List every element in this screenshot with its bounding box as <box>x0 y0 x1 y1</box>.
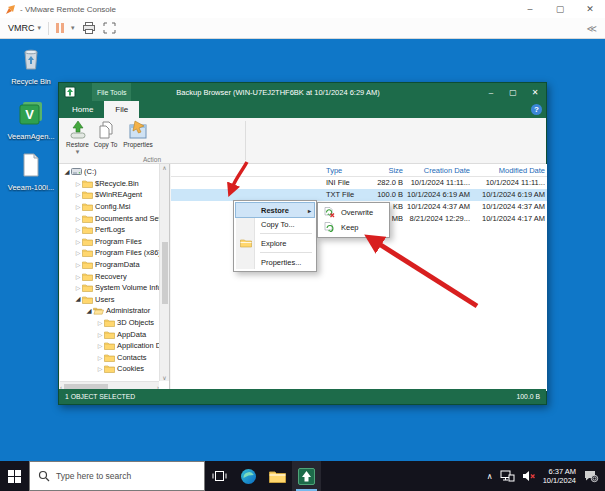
backup-browser-titlebar[interactable]: File Tools Backup Browser (WIN-U7EJ2THF6… <box>59 83 546 101</box>
vmrc-menu-button[interactable]: VMRC ▾ <box>8 23 41 33</box>
tree-item-application-d[interactable]: ▷Application D <box>60 340 159 352</box>
scroll-up-icon[interactable]: ∧ <box>162 164 166 171</box>
menu-item-label: Explore <box>261 239 286 248</box>
context-menu-item-copy-to-[interactable]: Copy To... <box>236 217 314 231</box>
context-menu-item-restore[interactable]: Restore▸ <box>236 203 314 217</box>
tree-item-config-msi[interactable]: ▷Config.Msi <box>60 201 159 213</box>
tree-item-contacts[interactable]: ▷Contacts <box>60 352 159 364</box>
properties-button[interactable]: Properties <box>119 120 157 160</box>
tree-item-recovery[interactable]: ▷Recovery <box>60 270 159 282</box>
drive-icon <box>71 167 82 176</box>
context-menu-item-properties-[interactable]: Properties... <box>236 255 314 269</box>
expand-icon[interactable]: ▷ <box>74 238 82 245</box>
file-row-test-txt[interactable]: test.txtTXT File100.0 B10/1/2024 6:19 AM… <box>171 189 547 201</box>
expand-icon[interactable]: ▷ <box>74 180 82 187</box>
edge-button[interactable] <box>234 461 263 491</box>
tree-item-administrator[interactable]: ◢Administrator <box>60 305 159 317</box>
tree-item-perflogs[interactable]: ▷PerfLogs <box>60 224 159 236</box>
desktop-icon-recycle-bin[interactable]: Recycle Bin <box>4 45 58 86</box>
pause-vm-button[interactable] <box>56 23 64 33</box>
collapse-icon[interactable]: ◢ <box>85 307 93 315</box>
status-bar: 1 OBJECT SELECTED 100.0 B <box>59 389 546 404</box>
expand-icon[interactable]: ▷ <box>74 203 82 210</box>
expand-icon[interactable]: ▷ <box>74 191 82 198</box>
tree-item--winreagent[interactable]: ▷$WinREAgent <box>60 189 159 201</box>
vmrc-maximize-button[interactable]: ▢ <box>545 0 575 18</box>
tree-item-system-volume-info[interactable]: ▷System Volume Info <box>60 282 159 294</box>
desktop-icon-veeam-100i-[interactable]: Veeam-100i... <box>4 152 58 192</box>
tree-item-program-files[interactable]: ▷Program Files <box>60 236 159 248</box>
tree-item-cookies[interactable]: ▷Cookies <box>60 363 159 375</box>
start-button[interactable] <box>0 461 29 491</box>
ribbon-group-divider <box>245 121 246 160</box>
expand-icon[interactable]: ▷ <box>74 249 82 256</box>
backup-browser-maximize-button[interactable]: ▢ <box>502 83 524 101</box>
tree-item--c-[interactable]: ◢(C:) <box>60 166 159 178</box>
collapse-icon[interactable]: ◢ <box>74 295 82 303</box>
backup-browser-minimize-button[interactable]: – <box>480 83 502 101</box>
folder-icon <box>82 283 93 292</box>
file-row-desktop-ini[interactable]: desktop.iniINI File282.0 B10/1/2024 11:1… <box>171 177 547 189</box>
action-center-icon[interactable] <box>583 469 599 483</box>
tree-item-label: PerfLogs <box>95 225 125 234</box>
taskbar-clock[interactable]: 6:37 AM 10/1/2024 <box>543 467 576 486</box>
tree-item-users[interactable]: ◢Users <box>60 294 159 306</box>
context-menu-item-explore[interactable]: Explore <box>236 236 314 250</box>
task-view-icon <box>212 470 227 482</box>
backup-browser-close-button[interactable]: ✕ <box>524 83 546 101</box>
help-icon[interactable]: ? <box>531 104 542 115</box>
taskbar-search-input[interactable]: Type here to search <box>29 461 205 491</box>
tab-file[interactable]: File <box>104 101 139 118</box>
tree-item-documents-and-set[interactable]: ▷Documents and Set <box>60 212 159 224</box>
file-creation-date-cell: 10/1/2024 11:11... <box>390 178 470 187</box>
file-explorer-button[interactable] <box>263 461 292 491</box>
expand-icon[interactable]: ▷ <box>74 284 82 291</box>
tree-item-programdata[interactable]: ▷ProgramData <box>60 259 159 271</box>
folder-icon <box>82 272 93 281</box>
expand-icon[interactable]: ▷ <box>96 354 104 361</box>
scrollbar-thumb[interactable] <box>162 242 168 304</box>
tree-item--recycle-bin[interactable]: ▷$Recycle.Bin <box>60 178 159 190</box>
tree-item-appdata[interactable]: ▷AppData <box>60 328 159 340</box>
scroll-down-icon[interactable]: ∨ <box>162 374 166 381</box>
tray-expand-icon[interactable]: ∧ <box>487 472 493 481</box>
folder-icon <box>240 238 252 248</box>
veeam-backup-browser-button[interactable] <box>292 461 321 491</box>
vmrc-close-button[interactable]: ✕ <box>575 0 605 18</box>
fullscreen-icon[interactable] <box>103 22 116 34</box>
backup-browser-app-icon <box>64 86 76 98</box>
pause-dropdown-icon[interactable]: ▾ <box>71 24 75 32</box>
collapse-icon[interactable]: ◢ <box>63 168 71 176</box>
expand-icon[interactable]: ▷ <box>96 331 104 338</box>
column-header-creation-date[interactable]: Creation Date <box>390 166 470 175</box>
tree-vertical-scrollbar[interactable]: ∧ ∨ <box>159 164 169 381</box>
column-header-modified-date[interactable]: Modified Date <box>465 166 545 175</box>
tree-item-label: Config.Msi <box>95 202 130 211</box>
volume-muted-icon[interactable] <box>522 470 536 482</box>
search-icon <box>38 470 50 482</box>
task-view-button[interactable] <box>205 461 234 491</box>
folder-icon <box>104 353 115 362</box>
tree-item-program-files-x86-[interactable]: ▷Program Files (x86) <box>60 247 159 259</box>
expand-icon[interactable]: ▷ <box>74 261 82 268</box>
expand-icon[interactable]: ▷ <box>96 319 104 326</box>
expand-icon[interactable]: ▷ <box>96 365 104 372</box>
restore-button[interactable]: Restore▾ <box>64 120 91 160</box>
printer-icon[interactable] <box>82 22 96 34</box>
submenu-item-keep[interactable]: Keep <box>320 220 387 235</box>
folder-icon <box>82 237 93 246</box>
network-icon[interactable] <box>500 470 515 482</box>
vmrc-minimize-button[interactable]: – <box>515 0 545 18</box>
expand-icon[interactable]: ▷ <box>74 215 82 222</box>
file-creation-date-cell: 10/1/2024 4:37 AM <box>390 202 470 211</box>
expand-icon[interactable]: ▷ <box>96 342 104 349</box>
collapse-toolbar-icon[interactable]: ≪ <box>587 23 597 34</box>
tree-item-3d-objects[interactable]: ▷3D Objects <box>60 317 159 329</box>
folder-tree: ◢(C:)▷$Recycle.Bin▷$WinREAgent▷Config.Ms… <box>60 166 159 381</box>
expand-icon[interactable]: ▷ <box>74 273 82 280</box>
tab-home[interactable]: Home <box>61 101 104 118</box>
copy-to-button[interactable]: Copy To <box>93 120 118 160</box>
expand-icon[interactable]: ▷ <box>74 226 82 233</box>
submenu-item-overwrite[interactable]: Overwrite <box>320 205 387 220</box>
desktop-icon-veeamagen-[interactable]: VVeeamAgen... <box>4 100 58 141</box>
